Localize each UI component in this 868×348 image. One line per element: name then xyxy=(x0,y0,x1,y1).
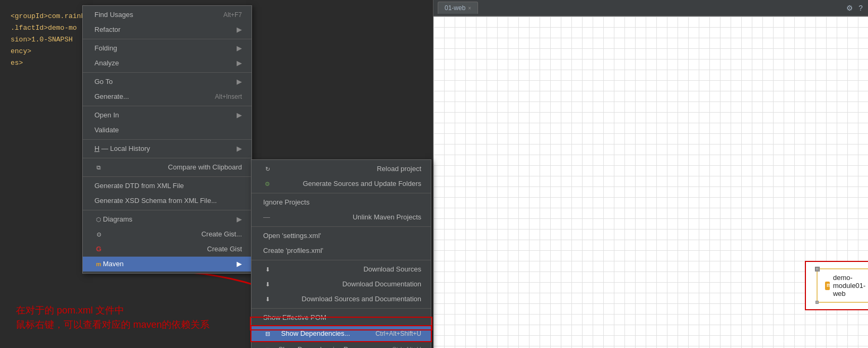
code-line-2: .lfactId>demo-mo xyxy=(11,22,89,34)
reload-icon: ↻ xyxy=(263,165,272,173)
generate-icon: ⚙ xyxy=(263,180,272,188)
tab-close-button[interactable]: × xyxy=(468,5,471,11)
download-docs-icon: ⬇ xyxy=(263,280,272,288)
separator-m4 xyxy=(251,308,431,309)
context-menu-level1: Find Usages Alt+F7 Refactor ▶ Folding ▶ … xyxy=(82,5,252,274)
module1-label: demo-module01-web xyxy=(833,274,868,298)
dependency-diagram: demo-module01-web → demo-module02-compon… xyxy=(805,261,868,310)
help-icon[interactable]: ? xyxy=(857,3,864,13)
download-icon: ⬇ xyxy=(263,265,272,274)
code-line-1: <groupId>com.rainbo xyxy=(11,11,89,22)
menu-show-dependencies[interactable]: ⊟ Show Dependencies... Ctrl+Alt+Shift+U xyxy=(250,325,432,342)
github-icon: ⊙ xyxy=(94,230,103,239)
menu-download-docs[interactable]: ⬇ Download Documentation xyxy=(251,277,431,292)
download-both-icon: ⬇ xyxy=(263,295,272,303)
tab-label: 01-web xyxy=(445,4,465,12)
diagrams-icon: ⬡ xyxy=(94,215,103,224)
menu-compare-clipboard[interactable]: ⧉ Compare with Clipboard xyxy=(83,160,251,175)
menu-generate[interactable]: Generate... Alt+Insert xyxy=(83,89,251,104)
module1-box: demo-module01-web xyxy=(817,268,868,303)
menu-gen-dtd[interactable]: Generate DTD from XML File xyxy=(83,179,251,193)
separator-2 xyxy=(83,72,251,73)
menu-open-settings-xml[interactable]: Open 'settings.xml' xyxy=(251,228,431,243)
separator-m2 xyxy=(251,226,431,227)
menu-gen-xsd[interactable]: Generate XSD Schema from XML File... xyxy=(83,193,251,208)
menu-create-gist-dots[interactable]: ⊙ Create Gist... xyxy=(83,227,251,242)
menu-show-effective-pom[interactable]: Show Effective POM xyxy=(251,310,431,325)
menu-show-dependencies-popup[interactable]: ⊟ Show Dependencies Popup... Ctrl+Alt+U xyxy=(251,342,431,348)
toolbar-icons: ⚙ ? xyxy=(845,3,864,13)
menu-download-sources-docs[interactable]: ⬇ Download Sources and Documentation xyxy=(251,292,431,307)
menu-open-in[interactable]: Open In ▶ xyxy=(83,108,251,123)
menu-folding[interactable]: Folding ▶ xyxy=(83,41,251,56)
deps-popup-icon: ⊟ xyxy=(263,345,272,348)
menu-create-gist[interactable]: G Create Gist xyxy=(83,242,251,257)
separator-4 xyxy=(83,139,251,140)
separator-5 xyxy=(83,158,251,158)
maven-icon: m xyxy=(94,260,103,268)
menu-analyze[interactable]: Analyze ▶ xyxy=(83,56,251,71)
separator-7 xyxy=(83,210,251,210)
canvas-area: demo-module01-web → demo-module02-compon… xyxy=(433,16,868,348)
module1-icon xyxy=(825,282,830,290)
menu-generate-sources[interactable]: ⚙ Generate Sources and Update Folders xyxy=(251,176,431,191)
tab-bar: 01-web × ⚙ ? xyxy=(433,0,868,16)
menu-reload-project[interactable]: ↻ Reload project xyxy=(251,162,431,176)
separator-m1 xyxy=(251,193,431,193)
menu-local-history[interactable]: H — Local History ▶ xyxy=(83,141,251,156)
menu-refactor[interactable]: Refactor ▶ xyxy=(83,22,251,37)
right-panel: 01-web × ⚙ ? demo-module01-web → xyxy=(433,0,868,348)
menu-diagrams[interactable]: ⬡ Diagrams ▶ xyxy=(83,212,251,227)
menu-find-usages[interactable]: Find Usages Alt+F7 xyxy=(83,7,251,22)
settings-icon[interactable]: ⚙ xyxy=(845,3,854,13)
separator-3 xyxy=(83,106,251,106)
code-line-4: ency> xyxy=(11,46,89,57)
G-icon: G xyxy=(94,245,103,253)
menu-create-profiles-xml[interactable]: Create 'profiles.xml' xyxy=(251,243,431,258)
menu-ignore-projects[interactable]: Ignore Projects xyxy=(251,195,431,210)
context-menu-level2-maven: ↻ Reload project ⚙ Generate Sources and … xyxy=(251,159,431,348)
separator-1 xyxy=(83,39,251,39)
code-line-3: sion>1.0-SNAPSH xyxy=(11,34,89,46)
watermark: CSDN-@ChinaRainbowSea xyxy=(783,338,863,345)
separator-6 xyxy=(83,176,251,177)
menu-goto[interactable]: Go To ▶ xyxy=(83,74,251,89)
menu-download-sources[interactable]: ⬇ Download Sources xyxy=(251,262,431,277)
menu-maven[interactable]: m Maven ▶ xyxy=(83,257,251,271)
menu-validate[interactable]: Validate xyxy=(83,123,251,138)
compare-icon: ⧉ xyxy=(94,163,103,172)
separator-m3 xyxy=(251,260,431,260)
deps-icon: ⊟ xyxy=(263,329,272,338)
code-line-5: es> xyxy=(11,57,89,69)
tab-01-web[interactable]: 01-web × xyxy=(438,2,478,14)
menu-unlink-maven[interactable]: — Unlink Maven Projects xyxy=(251,210,431,225)
